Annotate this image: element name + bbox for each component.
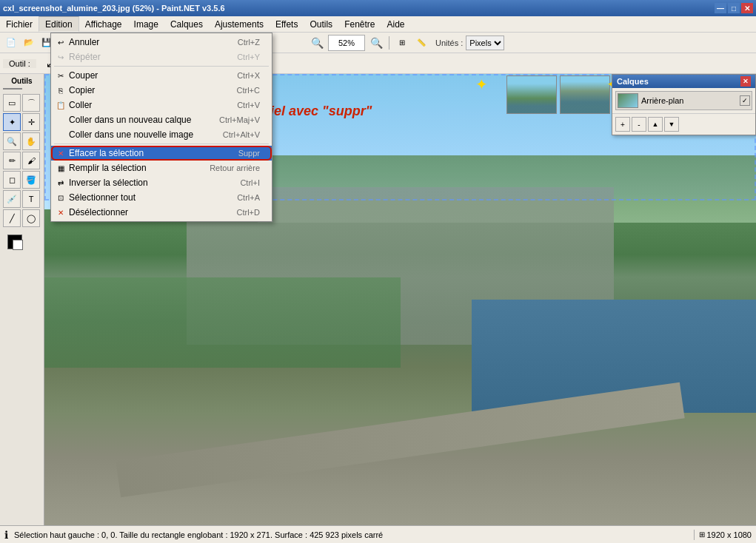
tool-rect-select[interactable]: ▭	[3, 94, 21, 112]
select-all-icon: ⊡	[56, 192, 66, 203]
tool-magic-wand[interactable]: ✦	[3, 113, 21, 131]
menu-bar: Fichier Edition Affichage Image Calques …	[0, 16, 756, 33]
toolbox-divider	[3, 88, 22, 90]
tool-fill[interactable]: 🪣	[22, 171, 40, 189]
tool-zoom[interactable]: 🔍	[3, 132, 21, 150]
background-color[interactable]	[13, 240, 23, 250]
menu-copier[interactable]: ⎘ Copier Ctrl+C	[51, 83, 272, 98]
menu-effacer[interactable]: ✕ Effacer la sélection Suppr	[51, 146, 272, 161]
title-bar-controls: — □ ✕	[715, 3, 753, 13]
menu-repeter-shortcut: Ctrl+Y	[237, 53, 260, 61]
tool-row-4: ✏ 🖌	[3, 152, 41, 169]
menu-fenetre[interactable]: Fenêtre	[338, 16, 381, 32]
thumbnails-bar: ✦ ✦	[505, 74, 612, 115]
menu-coller-image[interactable]: Coller dans une nouvelle image Ctrl+Alt+…	[51, 127, 272, 142]
menu-remplir-shortcut: Retour arrière	[210, 163, 260, 172]
zoom-in-button[interactable]: 🔍	[368, 35, 384, 51]
menu-sep-2	[54, 144, 269, 144]
menu-selectionner-tout[interactable]: ⊡ Sélectionner tout Ctrl+A	[51, 190, 272, 205]
tool-line[interactable]: ╱	[3, 209, 21, 227]
tool-pencil[interactable]: ✏	[3, 152, 21, 169]
foreground-color[interactable]	[7, 235, 22, 249]
tool-row-5: ◻ 🪣	[3, 171, 41, 189]
maximize-button[interactable]: □	[728, 3, 740, 13]
menu-couper[interactable]: ✂ Couper Ctrl+X	[51, 68, 272, 83]
menu-aide[interactable]: Aide	[381, 16, 410, 32]
calques-title: Calques	[617, 77, 649, 86]
status-text: Sélection haut gauche : 0, 0. Taille du …	[14, 530, 383, 539]
menu-repeter[interactable]: ↪ Répéter Ctrl+Y	[51, 50, 272, 64]
calques-toolbar: + - ▲ ▼	[612, 113, 755, 135]
tool-brush[interactable]: 🖌	[22, 152, 40, 169]
tool-lasso[interactable]: ⌒	[22, 94, 40, 112]
menu-deselectionner[interactable]: ✕ Désélectionner Ctrl+D	[51, 205, 272, 220]
menu-copier-label: Copier	[69, 85, 95, 95]
menu-remplir[interactable]: ▦ Remplir la sélection Retour arrière	[51, 161, 272, 175]
toolbox-label: Outils	[3, 77, 41, 85]
menu-image[interactable]: Image	[128, 16, 164, 32]
calques-body: Arrière-plan ✓	[612, 88, 755, 113]
menu-repeter-label: Répéter	[69, 52, 101, 62]
menu-effets[interactable]: Effets	[270, 16, 304, 32]
new-button[interactable]: 📄	[3, 35, 19, 51]
menu-ajustements[interactable]: Ajustements	[209, 16, 270, 32]
status-separator	[694, 530, 695, 540]
calques-close-button[interactable]: ✕	[740, 76, 751, 87]
menu-edition[interactable]: Edition	[39, 16, 79, 32]
road-bridge	[116, 382, 684, 496]
menu-remplir-label: Remplir la sélection	[69, 163, 147, 173]
menu-coller[interactable]: 📋 Coller Ctrl+V	[51, 98, 272, 112]
menu-inverser[interactable]: ⇄ Inverser la sélection Ctrl+I	[51, 175, 272, 190]
tool-eraser[interactable]: ◻	[3, 171, 21, 189]
open-button[interactable]: 📂	[21, 35, 37, 51]
rulers-button[interactable]: 📏	[413, 35, 429, 51]
menu-calques[interactable]: Calques	[164, 16, 209, 32]
menu-affichage[interactable]: Affichage	[79, 16, 128, 32]
redo-icon: ↪	[56, 52, 66, 62]
layer-add-button[interactable]: +	[615, 117, 630, 132]
menu-fichier[interactable]: Fichier	[0, 16, 39, 32]
menu-deselectionner-shortcut: Ctrl+D	[237, 208, 260, 217]
status-right: ⊞ 1920 x 1080	[694, 530, 752, 540]
tool-row-3: 🔍 ✋	[3, 132, 41, 150]
tool-text[interactable]: T	[22, 190, 40, 208]
menu-coller-calque-label: Coller dans un nouveau calque	[69, 115, 191, 125]
layer-name: Arrière-plan	[641, 96, 737, 105]
units-label: Unités :	[435, 38, 463, 47]
menu-annuler[interactable]: ↩ Annuler Ctrl+Z	[51, 35, 272, 50]
thumbnail-1[interactable]	[506, 75, 557, 114]
layer-down-button[interactable]: ▼	[664, 117, 679, 132]
menu-coller-calque-shortcut: Ctrl+Maj+V	[219, 115, 260, 124]
menu-couper-shortcut: Ctrl+X	[237, 71, 260, 80]
menu-coller-image-shortcut: Ctrl+Alt+V	[223, 130, 260, 139]
menu-selectionner-tout-label: Sélectionner tout	[69, 192, 136, 203]
tool-row-7: ╱ ◯	[3, 209, 41, 227]
tool-eyedropper[interactable]: 💉	[3, 190, 21, 208]
star-decoration-1: ✦	[475, 75, 488, 93]
menu-couper-label: Couper	[69, 70, 98, 81]
layer-up-button[interactable]: ▲	[648, 117, 663, 132]
undo-icon: ↩	[56, 37, 66, 47]
tool-pan[interactable]: ✋	[22, 132, 40, 150]
outil-label: Outil :	[3, 59, 36, 68]
thumbnail-2[interactable]	[560, 75, 610, 114]
layer-row[interactable]: Arrière-plan ✓	[615, 91, 752, 110]
close-button[interactable]: ✕	[741, 3, 753, 13]
menu-outils[interactable]: Outils	[304, 16, 338, 32]
dimensions-value: 1920 x 1080	[706, 530, 752, 539]
title-bar: cxl_screenshot_alumine_203.jpg (52%) - P…	[0, 0, 756, 16]
tool-move[interactable]: ✛	[22, 113, 40, 131]
menu-coller-calque[interactable]: Coller dans un nouveau calque Ctrl+Maj+V	[51, 112, 272, 127]
layer-visibility-check[interactable]: ✓	[740, 95, 750, 106]
layer-delete-button[interactable]: -	[632, 117, 646, 132]
minimize-button[interactable]: —	[715, 3, 726, 13]
toolbar-separator-4	[389, 36, 389, 50]
grid-button[interactable]: ⊞	[394, 35, 410, 51]
units-select[interactable]: Pixels	[466, 36, 504, 50]
status-dimensions: ⊞ 1920 x 1080	[699, 530, 752, 539]
menu-annuler-shortcut: Ctrl+Z	[238, 38, 260, 47]
calques-panel: Calques ✕ Arrière-plan ✓ + - ▲ ▼	[612, 74, 756, 135]
tool-shape[interactable]: ◯	[22, 209, 40, 227]
zoom-out-button[interactable]: 🔍	[309, 35, 325, 51]
color-area	[3, 235, 41, 249]
